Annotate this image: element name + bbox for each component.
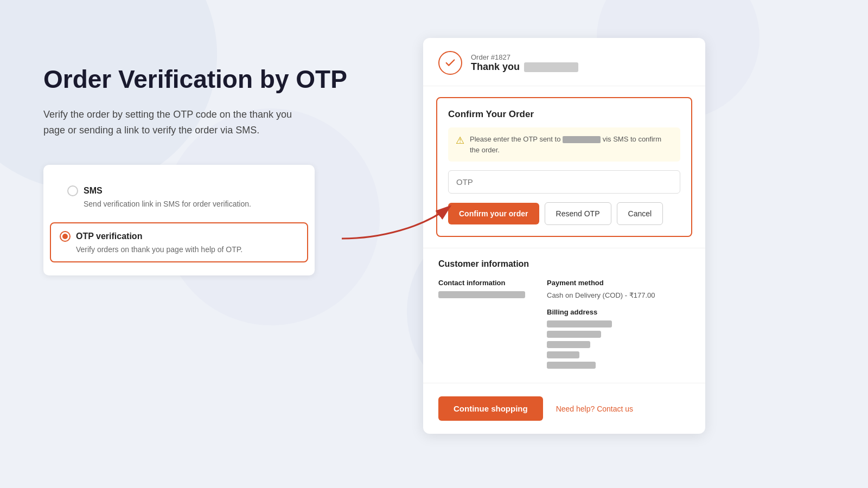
sms-description: Send verification link in SMS for order …: [84, 200, 291, 208]
otp-description: Verify orders on thank you page with hel…: [76, 245, 298, 254]
warning-icon: ⚠: [456, 134, 464, 155]
page-title: Order Verification by OTP: [43, 65, 380, 94]
confirm-order-button[interactable]: Confirm your order: [448, 203, 539, 224]
right-panel: Order #1827 Thank you Confirm Your Order…: [423, 38, 705, 434]
customer-grid: Contact information Payment method Cash …: [438, 279, 690, 372]
cancel-button[interactable]: Cancel: [617, 202, 663, 225]
sms-option[interactable]: SMS Send verification link in SMS for or…: [59, 178, 299, 216]
otp-input[interactable]: [448, 170, 680, 194]
help-contact-link[interactable]: Need help? Contact us: [556, 404, 633, 413]
contact-label: Contact information: [438, 279, 525, 287]
warning-box: ⚠ Please enter the OTP sent to vis SMS t…: [448, 127, 680, 162]
order-header: Order #1827 Thank you: [423, 38, 705, 86]
phone-blurred: [563, 136, 601, 143]
payment-col: Payment method Cash on Delivery (COD) - …: [547, 279, 655, 372]
billing-line-5: [547, 362, 596, 369]
options-box: SMS Send verification link in SMS for or…: [43, 165, 315, 275]
continue-shopping-button[interactable]: Continue shopping: [438, 396, 543, 421]
order-number: Order #1827: [471, 53, 578, 61]
customer-section: Customer information Contact information…: [423, 248, 705, 383]
contact-value-blurred: [438, 291, 525, 298]
order-footer: Continue shopping Need help? Contact us: [423, 383, 705, 434]
customer-name-blurred: [524, 62, 578, 72]
confirm-actions: Confirm your order Resend OTP Cancel: [448, 202, 680, 225]
resend-otp-button[interactable]: Resend OTP: [545, 202, 611, 225]
confirm-order-section: Confirm Your Order ⚠ Please enter the OT…: [436, 97, 692, 237]
billing-label: Billing address: [547, 308, 655, 316]
thank-you-text: Thank you: [471, 61, 578, 73]
billing-line-3: [547, 341, 590, 348]
otp-label: OTP verification: [76, 232, 142, 241]
contact-info-col: Contact information: [438, 279, 525, 372]
payment-label: Payment method: [547, 279, 655, 287]
check-circle-icon: [438, 51, 462, 75]
customer-section-title: Customer information: [438, 259, 690, 269]
otp-radio-inner: [62, 234, 68, 239]
left-panel: Order Verification by OTP Verify the ord…: [43, 33, 380, 275]
sms-radio[interactable]: [67, 185, 78, 196]
arrow-indicator: [336, 195, 456, 246]
otp-option[interactable]: OTP verification Verify orders on thank …: [50, 222, 308, 262]
billing-line-2: [547, 331, 601, 338]
sms-label: SMS: [84, 186, 103, 196]
page-description: Verify the order by setting the OTP code…: [43, 107, 304, 138]
confirm-title: Confirm Your Order: [448, 109, 680, 120]
otp-radio[interactable]: [60, 231, 71, 242]
billing-line-1: [547, 320, 612, 328]
warning-text: Please enter the OTP sent to vis SMS to …: [470, 134, 673, 155]
billing-line-4: [547, 351, 579, 358]
payment-value: Cash on Delivery (COD) - ₹177.00: [547, 291, 655, 299]
